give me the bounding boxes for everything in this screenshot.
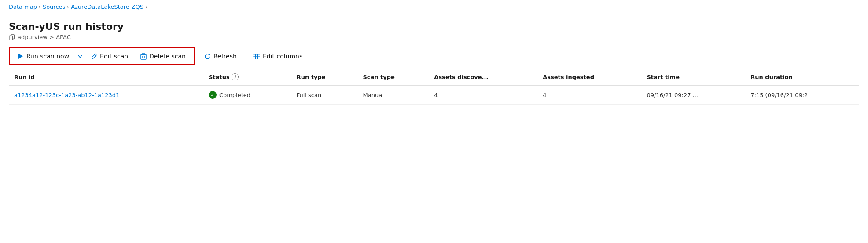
status-text: Completed [219, 92, 250, 98]
delete-scan-label: Delete scan [149, 53, 186, 60]
col-assets-ingested: Assets ingested [537, 69, 641, 85]
toolbar-highlighted-group: Run scan now Edit scan [9, 47, 195, 65]
run-scan-label: Run scan now [26, 53, 69, 60]
play-icon [18, 53, 24, 59]
cell-run-duration: 7:15 (09/16/21 09:2 [745, 85, 859, 105]
cell-start-time: 09/16/21 09:27 ... [641, 85, 745, 105]
toolbar: Run scan now Edit scan [0, 44, 868, 69]
col-scan-type: Scan type [357, 69, 429, 85]
cell-assets-ingested: 4 [537, 85, 641, 105]
edit-scan-label: Edit scan [100, 53, 128, 60]
runs-table: Run id Status i Run type Scan type Asset… [9, 69, 859, 105]
breadcrumb-sep-1: › [39, 4, 41, 10]
col-run-type: Run type [291, 69, 358, 85]
breadcrumb-sep-2: › [67, 4, 69, 10]
run-scan-chevron[interactable] [75, 50, 85, 62]
breadcrumb-sources[interactable]: Sources [43, 4, 65, 10]
svg-line-3 [95, 55, 96, 56]
breadcrumb-data-map[interactable]: Data map [9, 4, 37, 10]
page-header: Scan-yUS run history adpurview > APAC [0, 14, 868, 44]
delete-scan-button[interactable]: Delete scan [134, 49, 192, 63]
svg-rect-4 [141, 54, 146, 59]
col-status: Status i [203, 69, 291, 85]
cell-run-type: Full scan [291, 85, 358, 105]
table-header-row: Run id Status i Run type Scan type Asset… [9, 69, 859, 85]
col-assets-discovered: Assets discove... [429, 69, 537, 85]
columns-icon [253, 54, 260, 59]
page-title: Scan-yUS run history [9, 21, 859, 32]
run-scan-button[interactable]: Run scan now [11, 49, 75, 63]
cell-assets-discovered: 4 [429, 85, 537, 105]
refresh-label: Refresh [213, 53, 237, 60]
status-completed-icon: ✓ [209, 91, 217, 99]
breadcrumb: Data map › Sources › AzureDataLakeStore-… [0, 0, 868, 14]
copy-icon [9, 34, 15, 40]
cell-status: ✓ Completed [203, 85, 291, 105]
delete-icon [140, 53, 147, 60]
cell-run-id: a1234a12-123c-1a23-ab12-1a123d1 [9, 85, 203, 105]
page-subtitle-text: adpurview > APAC [18, 34, 71, 40]
table-row: a1234a12-123c-1a23-ab12-1a123d1 ✓ Comple… [9, 85, 859, 105]
table-wrapper: Run id Status i Run type Scan type Asset… [0, 69, 868, 105]
svg-marker-2 [18, 54, 23, 59]
edit-columns-label: Edit columns [263, 53, 302, 60]
refresh-icon [204, 53, 211, 60]
refresh-button[interactable]: Refresh [198, 49, 243, 63]
edit-columns-button[interactable]: Edit columns [247, 49, 309, 63]
svg-rect-1 [9, 36, 13, 40]
run-id-link[interactable]: a1234a12-123c-1a23-ab12-1a123d1 [14, 92, 119, 98]
breadcrumb-datasource[interactable]: AzureDataLakeStore-ZQS [71, 4, 143, 10]
edit-scan-button[interactable]: Edit scan [85, 49, 134, 63]
status-info-icon[interactable]: i [232, 73, 239, 80]
cell-scan-type: Manual [357, 85, 429, 105]
col-run-duration: Run duration [745, 69, 859, 85]
col-run-id: Run id [9, 69, 203, 85]
toolbar-sep [245, 50, 245, 62]
page-subtitle: adpurview > APAC [9, 34, 859, 40]
breadcrumb-sep-3: › [145, 4, 147, 10]
edit-icon [91, 53, 97, 59]
col-start-time: Start time [641, 69, 745, 85]
